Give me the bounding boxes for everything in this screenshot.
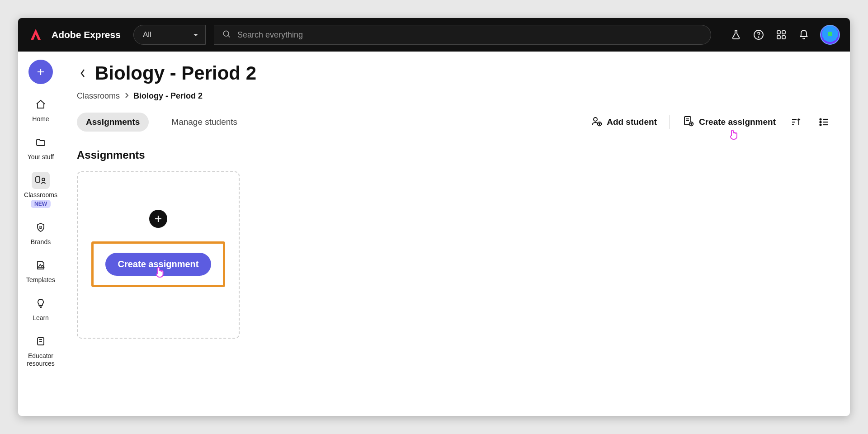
add-student-button[interactable]: Add student [590, 115, 657, 129]
sidebar-item-label: Classrooms [24, 191, 57, 199]
sidebar: Home Your stuff Classrooms [18, 52, 63, 416]
tabs: Assignments Manage students [77, 113, 246, 132]
create-assignment-button[interactable]: Create assignment [105, 253, 212, 276]
search-scope-label: All [143, 30, 151, 39]
new-badge: NEW [31, 200, 51, 208]
topbar: Adobe Express All [18, 18, 850, 52]
sidebar-item-label: Home [32, 115, 49, 123]
breadcrumb-current: Biology - Period 2 [133, 91, 203, 101]
create-assignment-top-label: Create assignment [699, 117, 776, 127]
section-title: Assignments [77, 149, 832, 161]
svg-rect-6 [777, 36, 780, 39]
sidebar-item-learn[interactable]: Learn [18, 292, 63, 325]
page-title: Biology - Period 2 [95, 62, 256, 84]
templates-icon [32, 257, 50, 274]
classrooms-icon [32, 172, 50, 189]
tabs-row: Assignments Manage students Add student [77, 113, 832, 132]
brand-shield-icon: B [32, 219, 50, 236]
svg-line-1 [228, 36, 230, 38]
plus-circle-icon[interactable] [149, 210, 167, 228]
svg-rect-5 [782, 31, 785, 34]
main-content: Biology - Period 2 Classrooms Biology - … [63, 52, 850, 416]
svg-rect-7 [782, 36, 785, 39]
breadcrumb-root[interactable]: Classrooms [77, 91, 120, 101]
svg-point-30 [820, 119, 821, 120]
help-icon[interactable] [752, 28, 765, 41]
list-view-icon[interactable] [816, 114, 832, 130]
search-input[interactable] [237, 30, 703, 40]
add-student-icon [590, 115, 602, 129]
sidebar-item-label: Your stuff [28, 153, 54, 161]
topbar-actions [730, 25, 840, 45]
app-window: Adobe Express All [18, 18, 850, 416]
divider [670, 115, 670, 129]
sidebar-item-brands[interactable]: B Brands [18, 216, 63, 249]
breadcrumb: Classrooms Biology - Period 2 [77, 91, 832, 101]
cursor-pointer-icon [728, 128, 739, 143]
svg-point-16 [594, 118, 597, 121]
svg-text:B: B [39, 225, 42, 230]
tab-manage-students[interactable]: Manage students [162, 113, 246, 132]
beaker-icon[interactable] [730, 28, 742, 41]
add-student-label: Add student [607, 117, 657, 127]
search-bar[interactable] [214, 25, 711, 45]
svg-point-0 [223, 31, 229, 36]
sidebar-item-label: Learn [33, 314, 49, 322]
chevron-right-icon [124, 91, 129, 101]
svg-rect-4 [777, 31, 780, 34]
sidebar-item-classrooms[interactable]: Classrooms NEW [18, 169, 63, 211]
sidebar-item-label: Brands [31, 238, 51, 246]
highlight-box: Create assignment [91, 241, 226, 287]
sidebar-item-label: Templates [26, 276, 55, 284]
notifications-icon[interactable] [797, 28, 810, 41]
sidebar-item-educator-resources[interactable]: Educator resources [18, 330, 63, 370]
body-area: Home Your stuff Classrooms [18, 52, 850, 416]
create-assignment-icon [683, 115, 694, 129]
sort-icon[interactable] [788, 114, 804, 130]
sidebar-item-templates[interactable]: Templates [18, 254, 63, 287]
create-assignment-button-top[interactable]: Create assignment [683, 115, 776, 129]
back-button[interactable] [77, 66, 89, 81]
svg-point-34 [820, 124, 821, 126]
svg-point-11 [42, 178, 45, 181]
svg-point-3 [758, 37, 759, 38]
svg-rect-10 [36, 177, 40, 182]
sidebar-item-label: Educator resources [20, 352, 61, 368]
sidebar-item-home[interactable]: Home [18, 93, 63, 126]
cursor-pointer-icon [154, 265, 165, 281]
home-icon [32, 96, 50, 113]
folder-icon [32, 134, 50, 151]
lightbulb-icon [32, 295, 50, 312]
sidebar-item-your-stuff[interactable]: Your stuff [18, 131, 63, 164]
tabs-actions: Add student Create assignment [590, 114, 832, 130]
avatar[interactable] [820, 25, 840, 45]
apps-grid-icon[interactable] [775, 28, 788, 41]
title-row: Biology - Period 2 [77, 62, 832, 84]
search-icon [222, 29, 231, 40]
create-assignment-card[interactable]: Create assignment [77, 171, 240, 339]
brand-name[interactable]: Adobe Express [52, 29, 121, 40]
adobe-express-logo-icon[interactable] [28, 27, 43, 42]
create-new-fab[interactable] [28, 60, 53, 84]
tab-assignments[interactable]: Assignments [77, 113, 149, 132]
svg-point-32 [820, 122, 821, 123]
book-icon [32, 333, 50, 350]
search-scope-select[interactable]: All [133, 25, 206, 45]
